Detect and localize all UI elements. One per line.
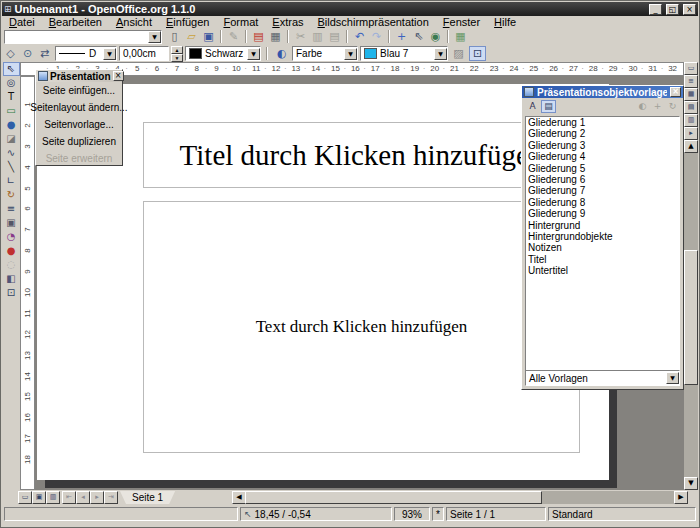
- vertical-scroll-track[interactable]: [684, 153, 698, 477]
- redo-button[interactable]: ↷: [368, 29, 385, 44]
- page-mode-button[interactable]: ▭: [18, 491, 32, 504]
- menu-item[interactable]: Hilfe: [487, 16, 523, 28]
- menu-item[interactable]: Einfügen: [159, 16, 216, 28]
- edit-points-button[interactable]: ◇: [2, 46, 19, 61]
- controller-3d-button[interactable]: ◧: [3, 272, 20, 286]
- scroll-up-button[interactable]: ▲: [684, 140, 698, 153]
- palette-item[interactable]: Seite erweitern: [36, 150, 122, 167]
- area-type-dropdown-icon[interactable]: ▼: [344, 48, 357, 60]
- new-style-button[interactable]: +: [650, 100, 665, 113]
- handout-view-button[interactable]: ▥: [684, 114, 698, 127]
- menu-item[interactable]: Extras: [265, 16, 310, 28]
- body-text-placeholder[interactable]: Text durch Klicken hinzufügen: [143, 201, 580, 453]
- palette-item[interactable]: Seitenlayout ändern...: [36, 99, 122, 116]
- palette-item[interactable]: Seite duplizieren: [36, 133, 122, 150]
- vertical-scroll-thumb[interactable]: [684, 250, 698, 385]
- next-page-button[interactable]: ▸: [90, 491, 104, 504]
- palette-item[interactable]: Seitenvorlage...: [36, 116, 122, 133]
- stepper-up-icon[interactable]: ▲: [171, 46, 183, 54]
- save-button[interactable]: ▣: [200, 29, 217, 44]
- hyperlink-button[interactable]: ◉: [427, 29, 444, 44]
- line-width-field[interactable]: 0,00cm: [119, 46, 169, 61]
- curve-button[interactable]: ∿: [3, 146, 20, 160]
- scroll-right-button[interactable]: ▶: [674, 491, 688, 504]
- select-button[interactable]: ⇖: [3, 62, 20, 76]
- presentation-box-button[interactable]: ⊡: [3, 286, 20, 300]
- menu-item[interactable]: Format: [216, 16, 265, 28]
- scroll-down-button[interactable]: ▼: [684, 477, 698, 490]
- area-type-dropdown[interactable]: Farbe ▼: [292, 46, 358, 61]
- stepper-down-icon[interactable]: ▼: [171, 54, 183, 62]
- ellipse-button[interactable]: ●: [3, 118, 20, 132]
- combo-dropdown-icon[interactable]: ▼: [148, 31, 161, 43]
- scroll-left-button[interactable]: ◀: [232, 491, 246, 504]
- style-list-item[interactable]: Gliederung 7: [526, 185, 679, 196]
- page-tab[interactable]: Seite 1: [120, 491, 175, 504]
- line-style-dropdown-icon[interactable]: ▼: [103, 48, 116, 60]
- undo-button[interactable]: ↶: [351, 29, 368, 44]
- style-list-item[interactable]: Gliederung 6: [526, 174, 679, 185]
- style-list-item[interactable]: Hintergrundobjekte: [526, 231, 679, 242]
- title-placeholder[interactable]: Titel durch Klicken hinzufügen: [143, 122, 580, 188]
- style-filter-dropdown[interactable]: Alle Vorlagen ▼: [525, 370, 680, 386]
- rectangle-button[interactable]: ▭: [3, 104, 20, 118]
- drawing-view-button[interactable]: ▭: [684, 62, 698, 75]
- notes-view-button[interactable]: ▤: [684, 101, 698, 114]
- palette-title-bar[interactable]: Präsentation ×: [36, 70, 122, 82]
- horizontal-scroll-thumb[interactable]: [245, 491, 542, 504]
- restore-button[interactable]: ◱: [666, 4, 679, 15]
- gallery-button[interactable]: ▦: [452, 29, 469, 44]
- cut-button[interactable]: ✂: [292, 29, 309, 44]
- paste-button[interactable]: ▤: [326, 29, 343, 44]
- slide-view-button[interactable]: ▦: [684, 88, 698, 101]
- animation-button[interactable]: ◌: [3, 258, 20, 272]
- update-style-button[interactable]: ↻: [665, 100, 680, 113]
- style-list-item[interactable]: Gliederung 5: [526, 163, 679, 174]
- line-style-dropdown[interactable]: D ▼: [55, 46, 117, 61]
- gluepoints-button[interactable]: ⊙: [19, 46, 36, 61]
- shadow-button[interactable]: ▨: [450, 46, 467, 61]
- style-filter-dropdown-icon[interactable]: ▼: [666, 372, 679, 384]
- effects-button[interactable]: ◔: [3, 230, 20, 244]
- menu-item[interactable]: Ansicht: [109, 16, 159, 28]
- menu-item[interactable]: Datei: [2, 16, 42, 28]
- preview-button[interactable]: ⊡: [469, 46, 486, 61]
- style-list-item[interactable]: Gliederung 8: [526, 197, 679, 208]
- palette-close-icon[interactable]: ×: [113, 71, 124, 81]
- area-style-button[interactable]: ◐: [273, 46, 290, 61]
- zoom-button[interactable]: ◎: [3, 76, 20, 90]
- edit-file-button[interactable]: ✎: [225, 29, 242, 44]
- minimize-button[interactable]: _: [649, 4, 662, 15]
- style-list-item[interactable]: Gliederung 1: [526, 117, 679, 128]
- stylist-title-bar[interactable]: Präsentationsobjektvorlagen ×: [522, 86, 683, 98]
- connector-button[interactable]: ∟: [3, 174, 20, 188]
- first-page-button[interactable]: ⇤: [62, 491, 76, 504]
- line-color-dropdown[interactable]: Schwarz ▼: [185, 46, 261, 61]
- line-color-dropdown-icon[interactable]: ▼: [247, 48, 260, 60]
- open-button[interactable]: ▱: [183, 29, 200, 44]
- presentation-styles-button[interactable]: ▤: [541, 100, 556, 113]
- alignment-button[interactable]: ≡: [3, 202, 20, 216]
- line-width-stepper[interactable]: ▲▼: [171, 46, 183, 61]
- stylist-button[interactable]: ⇖: [410, 29, 427, 44]
- lines-arrows-button[interactable]: ╲: [3, 160, 20, 174]
- style-list-item[interactable]: Gliederung 9: [526, 208, 679, 219]
- area-color-dropdown[interactable]: Blau 7 ▼: [360, 46, 448, 61]
- style-list-item[interactable]: Hintergrund: [526, 220, 679, 231]
- url-combobox[interactable]: ▼: [4, 30, 162, 44]
- interaction-button[interactable]: ●: [3, 244, 20, 258]
- fill-format-mode-button[interactable]: ◐: [635, 100, 650, 113]
- print-button[interactable]: ▦: [267, 29, 284, 44]
- objects-3d-button[interactable]: ◪: [3, 132, 20, 146]
- rotate-button[interactable]: ↻: [3, 188, 20, 202]
- style-list-item[interactable]: Notizen: [526, 242, 679, 253]
- arrange-button[interactable]: ▣: [3, 216, 20, 230]
- close-button[interactable]: ×: [683, 4, 696, 15]
- style-list-item[interactable]: Gliederung 3: [526, 140, 679, 151]
- style-list-item[interactable]: Untertitel: [526, 265, 679, 276]
- copy-button[interactable]: ▥: [309, 29, 326, 44]
- navigator-button[interactable]: +: [393, 29, 410, 44]
- layer-mode-button[interactable]: ▥: [46, 491, 60, 504]
- menu-item[interactable]: Bildschirmpräsentation: [311, 16, 436, 28]
- start-presentation-button[interactable]: ▸: [684, 127, 698, 140]
